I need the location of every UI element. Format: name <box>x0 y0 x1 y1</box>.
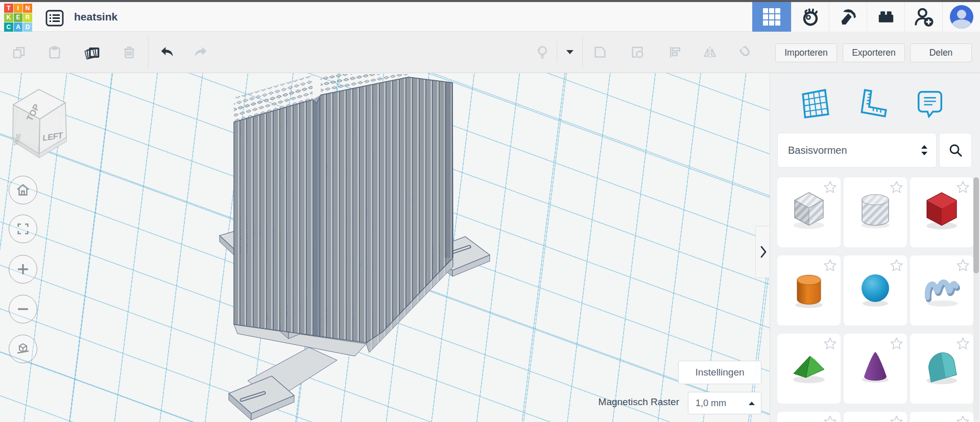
ruler-tool-button[interactable] <box>854 84 891 124</box>
shape-tile-sphere[interactable] <box>844 255 907 325</box>
heatsink-fins <box>234 74 453 343</box>
export-button[interactable]: Exporteren <box>843 43 905 62</box>
home-view-button[interactable] <box>9 176 37 204</box>
tab-minecraft[interactable] <box>829 2 867 32</box>
align-button[interactable] <box>666 43 684 61</box>
snap-grid-select[interactable]: 1,0 mm <box>688 392 761 414</box>
cone-icon <box>851 342 900 391</box>
shape-category-select[interactable]: Basisvormen <box>777 133 937 168</box>
roof-icon <box>784 342 833 391</box>
viewport-3d[interactable]: TOP LEFT FRONT <box>0 73 770 422</box>
export-label: Exporteren <box>852 48 896 58</box>
tab-3d-designs[interactable] <box>752 2 791 32</box>
group-button[interactable] <box>591 43 609 61</box>
import-button[interactable]: Importeren <box>775 43 837 62</box>
lightbulb-icon <box>535 44 550 60</box>
sort-arrows-icon <box>921 145 928 156</box>
account-avatar <box>950 5 973 29</box>
perspective-icon <box>15 341 31 357</box>
view-cube[interactable]: TOP LEFT FRONT <box>6 76 74 164</box>
shape-search-button[interactable] <box>939 133 972 168</box>
shapes-panel: Basisvormen <box>770 73 980 422</box>
person-add-icon <box>913 6 935 28</box>
chevron-right-icon <box>759 245 768 259</box>
workplane-tool-button[interactable] <box>796 84 833 124</box>
favorite-star-icon[interactable] <box>890 415 903 422</box>
favorite-star-icon[interactable] <box>956 415 970 422</box>
document-title: heatsink <box>74 11 117 23</box>
favorite-star-icon[interactable] <box>823 415 837 422</box>
tab-lego[interactable] <box>867 2 904 32</box>
undo-button[interactable] <box>158 43 176 61</box>
shape-gallery <box>777 177 973 422</box>
adjust-button[interactable] <box>533 43 552 61</box>
category-selected-value: Basisvormen <box>788 145 921 156</box>
designs-grid-icon <box>762 7 781 27</box>
logo-tile: T <box>4 4 13 13</box>
edit-toolbar: Importeren Exporteren Delen <box>0 32 980 73</box>
cylinder-icon <box>784 264 833 313</box>
heatsink-model[interactable] <box>186 74 498 422</box>
toolbar-divider <box>148 36 149 68</box>
zoom-in-button[interactable] <box>9 255 37 284</box>
ruler-icon <box>855 87 889 121</box>
shape-tile-hole-cylinder[interactable] <box>844 177 907 247</box>
delete-button[interactable] <box>120 43 138 61</box>
workplane-icon <box>798 87 831 121</box>
logo-tile: E <box>14 13 23 22</box>
plus-icon <box>16 262 30 276</box>
panel-scrollbar[interactable] <box>973 177 979 420</box>
account-menu[interactable] <box>942 2 980 32</box>
panel-collapse-handle[interactable] <box>755 226 770 278</box>
tinkercad-logo[interactable]: T I N K E R C A D <box>4 4 32 32</box>
adjust-dropdown[interactable] <box>561 43 579 61</box>
logo-tile: K <box>4 13 13 22</box>
shape-tile-box[interactable] <box>910 177 973 247</box>
copy-button[interactable] <box>10 43 28 61</box>
shape-tile-hole-box[interactable] <box>777 177 841 247</box>
avatar-body <box>951 19 972 29</box>
caret-up-icon <box>749 402 755 405</box>
perspective-toggle-button[interactable] <box>9 335 37 363</box>
panel-tools <box>770 78 974 129</box>
align-icon <box>667 44 683 60</box>
share-label: Delen <box>929 48 953 58</box>
snap-button[interactable] <box>736 43 755 61</box>
duplicate-button[interactable] <box>83 43 101 61</box>
shape-tile[interactable] <box>844 412 907 422</box>
share-button[interactable]: Delen <box>910 43 972 62</box>
avatar-head <box>957 10 966 19</box>
notes-tool-button[interactable] <box>912 84 948 124</box>
trash-icon <box>122 44 137 60</box>
toolbar-divider <box>582 36 583 68</box>
tab-simlab[interactable] <box>791 2 829 32</box>
fit-view-icon <box>16 222 30 236</box>
settings-button[interactable]: Instellingen <box>678 361 761 384</box>
minus-icon <box>16 302 30 316</box>
fit-view-button[interactable] <box>9 215 37 243</box>
zoom-out-button[interactable] <box>9 295 37 323</box>
shape-tile-roof[interactable] <box>777 334 841 404</box>
paste-button[interactable] <box>45 43 64 61</box>
mirror-button[interactable] <box>701 43 719 61</box>
design-menu-button[interactable] <box>45 10 64 27</box>
shape-tile-scribble[interactable] <box>910 255 973 325</box>
redo-button[interactable] <box>192 43 210 61</box>
panel-scrollbar-thumb[interactable] <box>973 177 979 273</box>
invite-button[interactable] <box>904 2 942 32</box>
shape-tile[interactable] <box>910 412 973 422</box>
undo-icon <box>159 44 175 60</box>
ungroup-button[interactable] <box>628 43 647 61</box>
shape-tile-cylinder[interactable] <box>777 255 841 325</box>
shape-tile-cone[interactable] <box>844 334 907 404</box>
shape-tile[interactable] <box>777 412 841 422</box>
hole-box-icon <box>784 185 833 235</box>
sphere-icon <box>851 264 900 313</box>
hole-cylinder-icon <box>851 185 900 235</box>
view-cube-graphic: TOP LEFT FRONT <box>6 76 74 164</box>
minecraft-pickaxe-icon <box>838 7 858 27</box>
duplicate-icon <box>84 44 100 60</box>
shape-tile-round-roof[interactable] <box>910 334 973 404</box>
logo-tile: R <box>23 13 32 22</box>
header-bar: T I N K E R C A D heatsink <box>0 2 980 32</box>
